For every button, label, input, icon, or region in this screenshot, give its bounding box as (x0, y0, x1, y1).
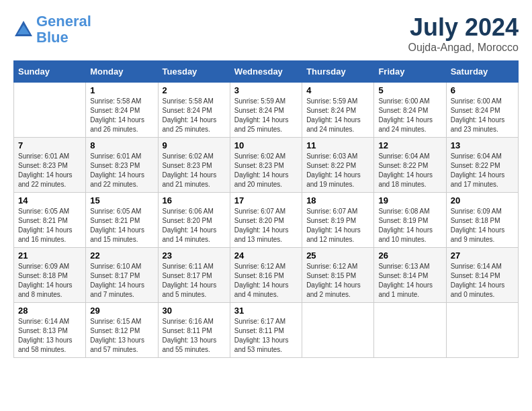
calendar-cell (14, 83, 86, 138)
day-info: Sunrise: 6:12 AM Sunset: 8:15 PM Dayligh… (306, 262, 369, 300)
calendar-cell: 5Sunrise: 6:00 AM Sunset: 8:24 PM Daylig… (374, 83, 446, 138)
logo-icon (13, 19, 34, 40)
location-title: Oujda-Angad, Morocco (408, 42, 519, 54)
day-number: 9 (163, 140, 226, 150)
calendar-cell: 21Sunrise: 6:09 AM Sunset: 8:18 PM Dayli… (14, 248, 86, 303)
day-info: Sunrise: 6:04 AM Sunset: 8:22 PM Dayligh… (451, 152, 514, 189)
day-number: 14 (18, 195, 81, 205)
month-title: July 2024 (408, 13, 519, 42)
title-area: July 2024 Oujda-Angad, Morocco (408, 13, 519, 54)
day-info: Sunrise: 6:07 AM Sunset: 8:20 PM Dayligh… (234, 207, 298, 244)
calendar-cell: 13Sunrise: 6:04 AM Sunset: 8:22 PM Dayli… (446, 138, 518, 193)
calendar-cell: 24Sunrise: 6:12 AM Sunset: 8:16 PM Dayli… (230, 248, 302, 303)
day-info: Sunrise: 6:16 AM Sunset: 8:11 PM Dayligh… (163, 317, 226, 355)
day-number: 10 (234, 140, 298, 150)
day-number: 27 (451, 250, 514, 261)
day-number: 8 (90, 140, 153, 150)
day-info: Sunrise: 6:03 AM Sunset: 8:22 PM Dayligh… (306, 152, 369, 189)
day-info: Sunrise: 6:06 AM Sunset: 8:20 PM Dayligh… (163, 207, 226, 244)
calendar-cell: 26Sunrise: 6:13 AM Sunset: 8:14 PM Dayli… (374, 248, 446, 303)
day-number: 26 (378, 250, 441, 261)
calendar-cell: 15Sunrise: 6:05 AM Sunset: 8:21 PM Dayli… (86, 193, 158, 248)
day-number: 20 (451, 195, 514, 205)
day-number: 3 (234, 85, 298, 95)
day-number: 7 (18, 140, 81, 150)
day-number: 19 (378, 195, 441, 205)
calendar-cell: 30Sunrise: 6:16 AM Sunset: 8:11 PM Dayli… (158, 303, 230, 358)
calendar-cell: 22Sunrise: 6:10 AM Sunset: 8:17 PM Dayli… (86, 248, 158, 303)
weekday-header: Tuesday (158, 61, 230, 83)
day-number: 21 (18, 250, 81, 261)
calendar-cell: 4Sunrise: 5:59 AM Sunset: 8:24 PM Daylig… (302, 83, 374, 138)
day-info: Sunrise: 6:05 AM Sunset: 8:21 PM Dayligh… (90, 207, 153, 244)
day-info: Sunrise: 5:58 AM Sunset: 8:24 PM Dayligh… (163, 97, 226, 134)
day-number: 28 (18, 306, 81, 316)
day-info: Sunrise: 5:59 AM Sunset: 8:24 PM Dayligh… (306, 97, 369, 134)
day-info: Sunrise: 6:15 AM Sunset: 8:12 PM Dayligh… (90, 317, 153, 355)
calendar-table: SundayMondayTuesdayWednesdayThursdayFrid… (13, 60, 519, 358)
calendar-cell: 19Sunrise: 6:08 AM Sunset: 8:19 PM Dayli… (374, 193, 446, 248)
day-number: 11 (306, 140, 369, 150)
day-info: Sunrise: 6:00 AM Sunset: 8:24 PM Dayligh… (451, 97, 514, 134)
calendar-cell: 16Sunrise: 6:06 AM Sunset: 8:20 PM Dayli… (158, 193, 230, 248)
day-info: Sunrise: 6:02 AM Sunset: 8:23 PM Dayligh… (163, 152, 226, 189)
calendar-cell: 12Sunrise: 6:04 AM Sunset: 8:22 PM Dayli… (374, 138, 446, 193)
day-info: Sunrise: 6:13 AM Sunset: 8:14 PM Dayligh… (378, 262, 441, 300)
calendar-cell: 29Sunrise: 6:15 AM Sunset: 8:12 PM Dayli… (86, 303, 158, 358)
calendar-cell: 20Sunrise: 6:09 AM Sunset: 8:18 PM Dayli… (446, 193, 518, 248)
calendar-cell: 7Sunrise: 6:01 AM Sunset: 8:23 PM Daylig… (14, 138, 86, 193)
day-info: Sunrise: 6:07 AM Sunset: 8:19 PM Dayligh… (306, 207, 369, 244)
calendar-cell: 25Sunrise: 6:12 AM Sunset: 8:15 PM Dayli… (302, 248, 374, 303)
weekday-header: Thursday (302, 61, 374, 83)
calendar-cell: 23Sunrise: 6:11 AM Sunset: 8:17 PM Dayli… (158, 248, 230, 303)
logo-text: General Blue (36, 13, 91, 46)
calendar-cell: 18Sunrise: 6:07 AM Sunset: 8:19 PM Dayli… (302, 193, 374, 248)
day-info: Sunrise: 6:14 AM Sunset: 8:14 PM Dayligh… (451, 262, 514, 300)
day-info: Sunrise: 6:00 AM Sunset: 8:24 PM Dayligh… (378, 97, 441, 134)
weekday-header: Friday (374, 61, 446, 83)
day-number: 1 (90, 85, 153, 95)
day-info: Sunrise: 6:12 AM Sunset: 8:16 PM Dayligh… (234, 262, 298, 300)
day-number: 25 (306, 250, 369, 261)
day-number: 29 (90, 306, 153, 316)
day-number: 4 (306, 85, 369, 95)
calendar-cell: 3Sunrise: 5:59 AM Sunset: 8:24 PM Daylig… (230, 83, 302, 138)
day-number: 31 (234, 306, 298, 316)
calendar-cell: 31Sunrise: 6:17 AM Sunset: 8:11 PM Dayli… (230, 303, 302, 358)
day-info: Sunrise: 6:11 AM Sunset: 8:17 PM Dayligh… (163, 262, 226, 300)
calendar-cell (302, 303, 374, 358)
calendar-cell: 28Sunrise: 6:14 AM Sunset: 8:13 PM Dayli… (14, 303, 86, 358)
day-number: 18 (306, 195, 369, 205)
day-number: 22 (90, 250, 153, 261)
day-number: 13 (451, 140, 514, 150)
day-number: 30 (163, 306, 226, 316)
day-info: Sunrise: 6:14 AM Sunset: 8:13 PM Dayligh… (18, 317, 81, 355)
calendar-cell (446, 303, 518, 358)
day-number: 23 (163, 250, 226, 261)
day-info: Sunrise: 6:10 AM Sunset: 8:17 PM Dayligh… (90, 262, 153, 300)
calendar-cell: 10Sunrise: 6:02 AM Sunset: 8:23 PM Dayli… (230, 138, 302, 193)
day-number: 12 (378, 140, 441, 150)
calendar-cell: 11Sunrise: 6:03 AM Sunset: 8:22 PM Dayli… (302, 138, 374, 193)
calendar-cell: 8Sunrise: 6:01 AM Sunset: 8:23 PM Daylig… (86, 138, 158, 193)
day-info: Sunrise: 6:02 AM Sunset: 8:23 PM Dayligh… (234, 152, 298, 189)
day-number: 24 (234, 250, 298, 261)
weekday-header: Sunday (14, 61, 86, 83)
weekday-header: Wednesday (230, 61, 302, 83)
weekday-header: Saturday (446, 61, 518, 83)
day-info: Sunrise: 6:08 AM Sunset: 8:19 PM Dayligh… (378, 207, 441, 244)
calendar-cell: 9Sunrise: 6:02 AM Sunset: 8:23 PM Daylig… (158, 138, 230, 193)
day-number: 6 (451, 85, 514, 95)
calendar-cell: 1Sunrise: 5:58 AM Sunset: 8:24 PM Daylig… (86, 83, 158, 138)
day-info: Sunrise: 5:59 AM Sunset: 8:24 PM Dayligh… (234, 97, 298, 134)
day-info: Sunrise: 6:04 AM Sunset: 8:22 PM Dayligh… (378, 152, 441, 189)
day-number: 16 (163, 195, 226, 205)
header: General Blue July 2024 Oujda-Angad, Moro… (13, 13, 519, 54)
calendar-cell: 27Sunrise: 6:14 AM Sunset: 8:14 PM Dayli… (446, 248, 518, 303)
calendar-cell: 14Sunrise: 6:05 AM Sunset: 8:21 PM Dayli… (14, 193, 86, 248)
day-info: Sunrise: 6:05 AM Sunset: 8:21 PM Dayligh… (18, 207, 81, 244)
logo: General Blue (13, 13, 91, 46)
calendar-cell: 6Sunrise: 6:00 AM Sunset: 8:24 PM Daylig… (446, 83, 518, 138)
weekday-header: Monday (86, 61, 158, 83)
day-info: Sunrise: 5:58 AM Sunset: 8:24 PM Dayligh… (90, 97, 153, 134)
